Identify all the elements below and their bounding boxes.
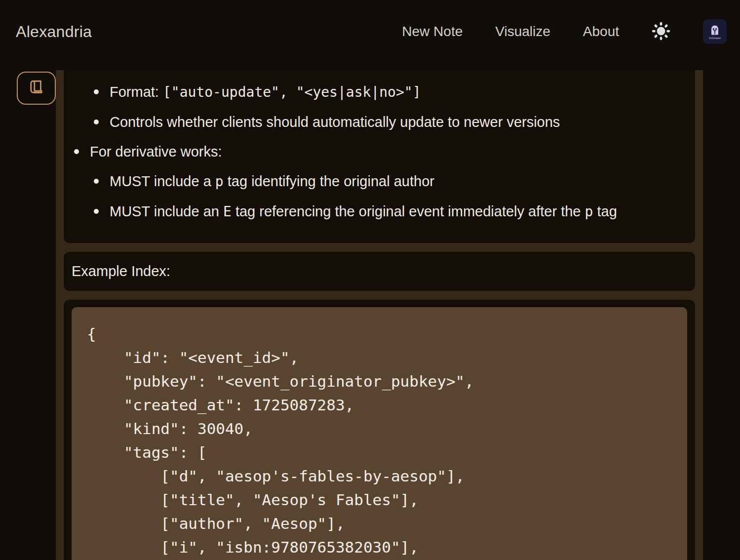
- nav-visualize[interactable]: Visualize: [495, 24, 550, 40]
- bullet-item: MUST include an E tag referencing the or…: [94, 202, 687, 221]
- bullet-text: tag referencing the original event immed…: [232, 203, 585, 219]
- sun-icon: [652, 22, 670, 42]
- inline-code: E: [223, 203, 232, 220]
- book-icon: [28, 79, 45, 98]
- code-block: { "id": "<event_id>", "pubkey": "<event_…: [72, 307, 687, 560]
- code-example-card: { "id": "<event_id>", "pubkey": "<event_…: [64, 300, 695, 560]
- example-index-card: Example Index:: [64, 252, 695, 291]
- brand-title[interactable]: Alexandria: [16, 23, 92, 41]
- sidebar-toggle-button[interactable]: [17, 72, 56, 105]
- bullet-item: Controls whether clients should automati…: [94, 113, 687, 131]
- theme-toggle-button[interactable]: [652, 22, 670, 41]
- inline-code: p: [215, 173, 224, 190]
- bullet-list: Format: ["auto-update", "<yes|ask|no>"]C…: [72, 83, 687, 221]
- bullet-item: For derivative works:: [74, 143, 687, 160]
- gitcitadel-shield-icon: [709, 24, 721, 36]
- bullet-item: MUST include a p tag identifying the ori…: [94, 172, 687, 191]
- doc-section-card: Format: ["auto-update", "<yes|ask|no>"]C…: [64, 70, 695, 243]
- bullet-text: Controls whether clients should automati…: [110, 114, 560, 130]
- bullet-text: tag: [593, 203, 617, 219]
- bullet-text: For derivative works:: [90, 144, 222, 160]
- main-nav: New Note Visualize About: [402, 19, 727, 44]
- inline-code: ["auto-update", "<yes|ask|no>"]: [163, 84, 421, 100]
- example-index-label: Example Index:: [72, 263, 170, 280]
- logo-label: GitCitadel: [709, 37, 721, 40]
- bullet-text: MUST include a: [110, 173, 215, 189]
- bullet-text: Format:: [110, 84, 163, 100]
- nav-new-note[interactable]: New Note: [402, 24, 463, 40]
- bullet-text: MUST include an: [110, 203, 223, 219]
- app-header: Alexandria New Note Visualize About: [0, 0, 740, 63]
- gitcitadel-profile-badge[interactable]: GitCitadel: [703, 19, 727, 44]
- content-panel: Format: ["auto-update", "<yes|ask|no>"]C…: [56, 70, 703, 560]
- nav-about[interactable]: About: [583, 24, 619, 40]
- inline-code: p: [585, 203, 593, 220]
- bullet-item: Format: ["auto-update", "<yes|ask|no>"]: [94, 83, 687, 101]
- bullet-text: tag identifying the original author: [224, 173, 434, 189]
